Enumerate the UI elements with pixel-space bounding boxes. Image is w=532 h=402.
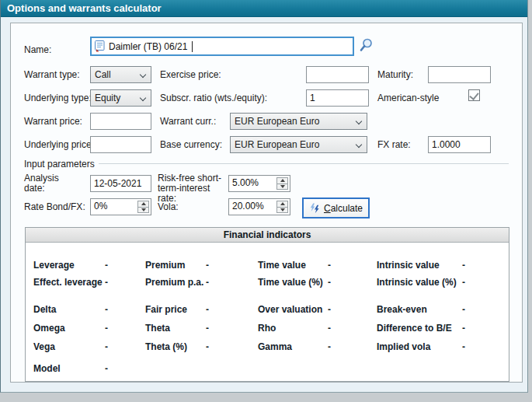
indicator-label: Delta: [33, 304, 56, 315]
spin-up-button[interactable]: [277, 201, 287, 208]
options-warrants-calculator-window: Options and warrants calculator Name: Da…: [0, 0, 528, 393]
search-button[interactable]: [357, 37, 374, 54]
american-style-checkbox[interactable]: [468, 89, 480, 101]
risk-free-rate-label: Risk-free short-term-interest rate:: [158, 173, 231, 204]
warrant-price-input[interactable]: [90, 113, 151, 130]
rate-bond-fx-label: Rate Bond/FX:: [24, 201, 85, 212]
american-style-label: American-style: [377, 93, 439, 103]
indicator-label: Break-even: [377, 304, 427, 315]
analysis-date-label: Analysis date:: [24, 173, 72, 194]
spinner-buttons: [276, 201, 288, 213]
indicator-label: Omega: [33, 323, 65, 334]
indicator-label: Model: [33, 363, 61, 374]
spinner-buttons: [276, 177, 288, 190]
base-currency-value: EUR European Euro: [235, 139, 319, 150]
indicator-label: Intrinsic value: [377, 260, 440, 271]
financial-indicators-panel: Financial indicators Leverage-Premium-Ti…: [25, 227, 509, 382]
indicator-value: -: [328, 304, 331, 315]
indicator-value: -: [328, 277, 331, 288]
vola-spinner[interactable]: 20.00%: [228, 198, 290, 215]
subscr-ratio-input[interactable]: [306, 89, 369, 107]
indicator-value: -: [206, 277, 209, 288]
indicator-label: Time value (%): [258, 277, 323, 288]
underlying-price-input[interactable]: [90, 136, 151, 153]
section-divider: [99, 163, 509, 164]
name-input[interactable]: Daimler (TB) 06/21: [90, 37, 354, 56]
indicator-value: -: [206, 341, 209, 352]
indicator-label: Intrinsic value (%): [377, 277, 457, 288]
exercise-price-input[interactable]: [306, 66, 369, 83]
magnifier-icon: [358, 37, 374, 53]
maturity-input[interactable]: [428, 66, 491, 83]
warrant-curr-value: EUR European Euro: [235, 116, 319, 127]
warrant-curr-select[interactable]: EUR European Euro: [230, 113, 367, 130]
risk-free-rate-value: 5.00%: [232, 177, 259, 188]
text-cursor: [192, 41, 193, 52]
indicator-value: -: [105, 277, 108, 288]
spinner-buttons: [137, 201, 149, 213]
indicator-label: Vega: [33, 341, 55, 352]
indicator-label: Time value: [258, 260, 306, 271]
risk-free-rate-spinner[interactable]: 5.00%: [228, 175, 290, 192]
underlying-price-label: Underlying price:: [24, 139, 94, 150]
lightning-refresh-icon: [309, 203, 320, 214]
indicator-label: Leverage: [33, 260, 75, 271]
indicator-value: -: [462, 277, 465, 288]
chevron-down-icon: [140, 72, 146, 78]
indicator-label: Difference to B/E: [377, 323, 452, 334]
fx-rate-label: FX rate:: [377, 139, 411, 150]
rate-bond-fx-spinner[interactable]: 0%: [90, 198, 151, 215]
arrow-up-icon: [280, 202, 285, 205]
indicator-value: -: [206, 323, 209, 334]
indicator-label: Premium p.a.: [145, 277, 203, 288]
calculate-label: Calculate: [324, 203, 363, 214]
spin-up-button[interactable]: [138, 201, 148, 208]
subscr-ratio-label: Subscr. ratio (wts./equity):: [160, 93, 267, 103]
base-currency-label: Base currency:: [160, 139, 222, 150]
vola-label: Vola:: [158, 201, 179, 212]
calculate-button[interactable]: Calculate: [302, 198, 370, 218]
spin-down-button[interactable]: [277, 184, 287, 190]
indicator-value: -: [328, 260, 331, 271]
spin-up-button[interactable]: [277, 178, 287, 184]
chevron-down-icon: [140, 95, 146, 101]
name-label: Name:: [24, 44, 51, 55]
arrow-down-icon: [141, 208, 146, 211]
warrant-curr-label: Warrant curr.:: [160, 116, 216, 127]
spin-down-button[interactable]: [277, 208, 287, 213]
indicator-label: Effect. leverage: [33, 277, 103, 288]
rate-bond-fx-value: 0%: [94, 201, 107, 211]
input-parameters-section-label: Input parameters: [24, 159, 95, 170]
indicator-label: Theta (%): [145, 341, 187, 352]
warrant-price-label: Warrant price:: [24, 116, 82, 127]
base-currency-select[interactable]: EUR European Euro: [230, 136, 367, 153]
indicator-value: -: [206, 304, 209, 315]
fx-rate-input[interactable]: [428, 136, 491, 153]
chevron-down-icon: [356, 118, 362, 124]
arrow-up-icon: [280, 179, 285, 182]
spin-down-button[interactable]: [138, 208, 148, 213]
arrow-down-icon: [280, 185, 285, 188]
indicator-value: -: [105, 341, 108, 352]
indicator-value: -: [105, 363, 108, 374]
arrow-up-icon: [141, 202, 146, 205]
window-title: Options and warrants calculator: [1, 0, 527, 17]
indicator-label: Rho: [258, 323, 276, 334]
name-value: Daimler (TB) 06/21: [109, 41, 187, 52]
indicator-label: Theta: [145, 323, 170, 334]
indicator-value: -: [462, 304, 465, 315]
screen-background: Options and warrants calculator Name: Da…: [0, 0, 532, 402]
indicator-label: Implied vola: [377, 341, 430, 352]
form-panel: Name: Daimler (TB) 06/21 War: [10, 23, 523, 383]
indicator-value: -: [462, 323, 465, 334]
maturity-label: Maturity:: [377, 69, 413, 80]
indicator-value: -: [105, 260, 108, 271]
underlying-type-select[interactable]: Equity: [90, 89, 151, 107]
warrant-type-select[interactable]: Call: [90, 66, 151, 83]
analysis-date-input[interactable]: [90, 175, 151, 192]
document-list-icon: [95, 40, 105, 52]
indicator-value: -: [105, 323, 108, 334]
indicator-value: -: [462, 260, 465, 271]
warrant-type-value: Call: [95, 69, 111, 80]
indicator-label: Premium: [145, 260, 185, 271]
